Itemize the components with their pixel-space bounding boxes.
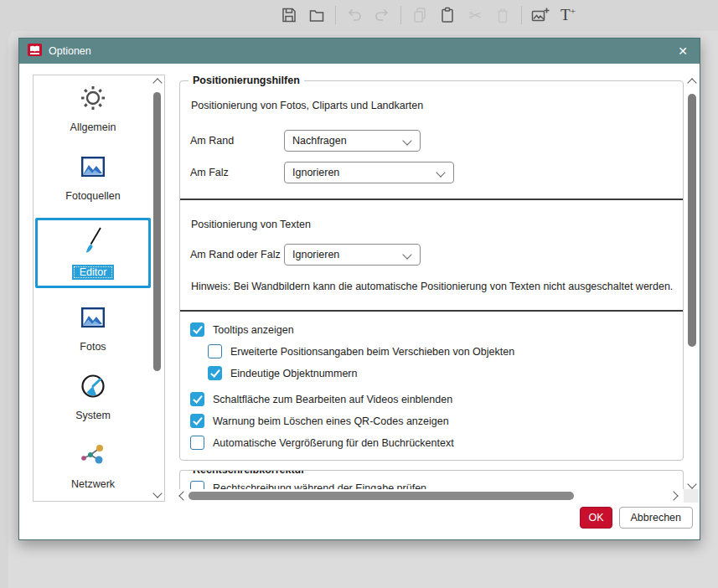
cancel-button[interactable]: Abbrechen (619, 507, 693, 529)
am-falz-dropdown[interactable]: Ignorieren (284, 162, 454, 183)
scissors-glyph: ✂ (468, 8, 482, 23)
sidebar-item-label: Allgemein (70, 121, 116, 133)
checkbox-row-buchruecken[interactable]: Automatische Vergrößerung für den Buchrü… (190, 436, 514, 450)
am-rand-dropdown[interactable]: Nachfragen (284, 130, 421, 152)
scroll-down-icon[interactable] (152, 488, 162, 498)
toolbar-separator (335, 6, 336, 24)
checkbox-row-qr-warnung[interactable]: Warnung beim Löschen eines QR-Codes anze… (190, 414, 514, 428)
dialog-title: Optionen (49, 45, 91, 57)
open-folder-icon[interactable] (306, 4, 328, 26)
vertical-scrollbar-thumb[interactable] (688, 94, 696, 347)
sidebar-item-label: Fotoquellen (65, 190, 120, 202)
sidebar-item-allgemein[interactable]: Allgemein (38, 80, 148, 135)
sidebar-item-fotoquellen[interactable]: Fotoquellen (38, 149, 148, 204)
am-falz-value: Ignorieren (292, 167, 339, 178)
am-rand-row: Am Rand Nachfragen (190, 130, 421, 152)
group-positionierungshilfen: Positionierungshilfen Positionierung von… (179, 80, 684, 461)
checkbox-row-videos[interactable]: Schaltfläche zum Bearbeiten auf Videos e… (190, 392, 514, 406)
horizontal-scrollbar[interactable] (178, 489, 684, 503)
app-background: ✂ T+ Optionen ✕ (0, 0, 718, 588)
main-toolbar: ✂ T+ (278, 3, 579, 28)
checkbox-label: Automatische Vergrößerung für den Buchrü… (213, 437, 454, 449)
checkbox[interactable] (190, 436, 204, 450)
horizontal-scrollbar-thumb[interactable] (189, 492, 574, 500)
sidebar-item-system[interactable]: System (38, 369, 148, 423)
checkbox-label: Eindeutige Objektnummern (230, 368, 357, 379)
chevron-down-icon (402, 136, 411, 145)
photos-positioning-heading: Positionierung von Fotos, Cliparts und L… (191, 100, 423, 111)
checkbox-label: Tooltips anzeigen (213, 324, 294, 336)
sidebar-scrollbar[interactable] (152, 76, 163, 500)
checkbox-label: Warnung beim Löschen eines QR-Codes anze… (213, 415, 449, 427)
sidebar-item-label: System (75, 410, 111, 421)
add-text-icon[interactable]: T+ (557, 4, 579, 26)
vertical-scrollbar[interactable] (686, 77, 699, 489)
scrollbar-corner (684, 489, 699, 503)
paste-icon[interactable] (436, 4, 458, 26)
section-divider (180, 199, 683, 200)
category-list: Allgemein Fotoquellen (34, 80, 152, 502)
checkbox-row-positionsangaben[interactable]: Erweiterte Positionsangaben beim Verschi… (208, 344, 514, 358)
am-rand-oder-falz-value: Ignorieren (292, 249, 339, 260)
copy-icon[interactable] (409, 4, 431, 26)
checkbox-label: Erweiterte Positionsangaben beim Verschi… (230, 346, 514, 358)
close-icon[interactable]: ✕ (674, 44, 691, 58)
photo-icon (81, 151, 105, 183)
save-icon[interactable] (278, 4, 300, 26)
add-image-icon[interactable] (529, 4, 551, 26)
am-rand-oder-falz-dropdown[interactable]: Ignorieren (284, 244, 421, 266)
sidebar-item-editor[interactable]: Editor (35, 218, 151, 288)
checkbox[interactable] (208, 344, 222, 358)
checkbox-row-objektnummern[interactable]: Eindeutige Objektnummern (208, 366, 514, 380)
texts-positioning-heading: Positionierung von Texten (191, 219, 311, 230)
sidebar-scrollbar-thumb[interactable] (153, 92, 161, 371)
group-title: Positionierungshilfen (189, 75, 304, 86)
checkbox[interactable] (190, 392, 204, 406)
dialog-titlebar[interactable]: Optionen ✕ (19, 39, 700, 64)
text-plus-glyph: T+ (560, 7, 576, 23)
dialog-footer: OK Abbrechen (580, 507, 693, 529)
category-sidebar: Allgemein Fotoquellen (33, 75, 165, 502)
sidebar-item-label: Fotos (80, 341, 106, 353)
checkbox-row-tooltips[interactable]: Tooltips anzeigen (190, 322, 514, 337)
am-rand-label: Am Rand (190, 135, 284, 147)
sidebar-item-fotos[interactable]: Fotos (38, 300, 148, 354)
am-falz-label: Am Falz (190, 167, 284, 178)
chevron-down-icon (436, 168, 445, 177)
scroll-down-icon[interactable] (687, 479, 696, 488)
checkbox[interactable] (190, 414, 204, 428)
group-title: Rechtschreibkorrektur (189, 470, 309, 476)
am-rand-value: Nachfragen (292, 135, 347, 147)
scroll-left-icon[interactable] (178, 491, 188, 500)
redo-icon[interactable] (371, 4, 393, 26)
sidebar-item-label: Editor (72, 265, 115, 280)
brush-icon (80, 225, 106, 257)
network-icon (79, 439, 107, 471)
checkbox[interactable] (190, 322, 204, 337)
undo-icon[interactable] (344, 4, 365, 26)
photo-icon (81, 302, 105, 333)
section-divider (180, 310, 683, 312)
checkbox[interactable] (208, 366, 222, 380)
gauge-icon (80, 370, 106, 402)
checkbox-label: Schaltfläche zum Bearbeiten auf Videos e… (213, 394, 452, 405)
app-logo-icon (28, 44, 42, 59)
sidebar-item-label: Netzwerk (71, 478, 115, 490)
delete-icon[interactable] (492, 4, 514, 26)
options-dialog: Optionen ✕ (18, 38, 700, 540)
toolbar-separator (400, 6, 401, 24)
scroll-right-icon[interactable] (669, 491, 678, 500)
chevron-down-icon (402, 250, 411, 259)
toolbar-separator (521, 6, 522, 24)
am-falz-row: Am Falz Ignorieren (190, 162, 454, 183)
scroll-up-icon[interactable] (152, 78, 162, 87)
gear-icon (79, 82, 107, 114)
wall-art-hint: Hinweis: Bei Wandbildern kann die automa… (191, 281, 673, 292)
scroll-up-icon[interactable] (687, 78, 696, 87)
cut-icon[interactable]: ✂ (464, 4, 486, 26)
am-rand-oder-falz-row: Am Rand oder Falz Ignorieren (190, 244, 421, 266)
sidebar-item-netzwerk[interactable]: Netzwerk (38, 437, 148, 492)
ok-button[interactable]: OK (580, 507, 612, 529)
editor-checkbox-list: Tooltips anzeigen Erweiterte Positionsan… (190, 322, 514, 450)
am-rand-oder-falz-label: Am Rand oder Falz (190, 249, 284, 260)
